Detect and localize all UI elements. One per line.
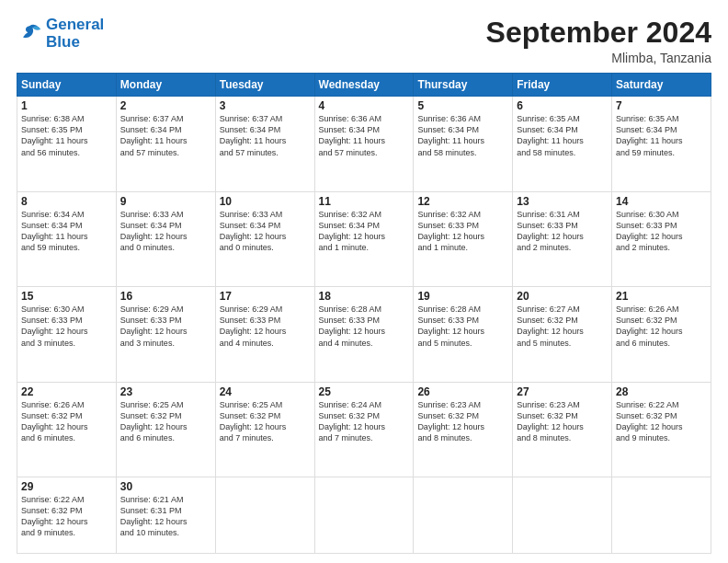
day-number: 28 — [616, 385, 707, 398]
cell-info: Sunrise: 6:35 AM Sunset: 6:34 PM Dayligh… — [517, 113, 608, 158]
day-number: 17 — [220, 290, 311, 303]
calendar-header-row: Sunday Monday Tuesday Wednesday Thursday… — [17, 74, 711, 97]
day-number: 26 — [417, 385, 508, 398]
cell-info: Sunrise: 6:26 AM Sunset: 6:32 PM Dayligh… — [21, 399, 112, 444]
table-row: 2Sunrise: 6:37 AM Sunset: 6:34 PM Daylig… — [116, 97, 215, 191]
location: Mlimba, Tanzania — [486, 51, 711, 65]
day-number: 22 — [21, 385, 112, 398]
day-number: 20 — [517, 290, 608, 303]
table-row: 9Sunrise: 6:33 AM Sunset: 6:34 PM Daylig… — [116, 191, 215, 286]
col-sunday: Sunday — [17, 74, 117, 97]
day-number: 23 — [120, 385, 211, 398]
table-row: 20Sunrise: 6:27 AM Sunset: 6:32 PM Dayli… — [513, 287, 612, 382]
day-number: 29 — [21, 480, 112, 493]
table-row: 29Sunrise: 6:22 AM Sunset: 6:32 PM Dayli… — [17, 477, 117, 554]
col-saturday: Saturday — [612, 74, 711, 97]
cell-info: Sunrise: 6:24 AM Sunset: 6:32 PM Dayligh… — [319, 399, 410, 444]
header: General Blue September 2024 Mlimba, Tanz… — [17, 17, 711, 65]
day-number: 12 — [417, 195, 508, 208]
cell-info: Sunrise: 6:31 AM Sunset: 6:33 PM Dayligh… — [517, 209, 608, 254]
table-row: 23Sunrise: 6:25 AM Sunset: 6:32 PM Dayli… — [116, 382, 215, 477]
day-number: 1 — [21, 99, 112, 112]
table-row: 13Sunrise: 6:31 AM Sunset: 6:33 PM Dayli… — [513, 191, 612, 286]
month-title: September 2024 — [486, 17, 711, 49]
table-row — [215, 477, 314, 554]
table-row: 11Sunrise: 6:32 AM Sunset: 6:34 PM Dayli… — [314, 191, 414, 286]
day-number: 19 — [417, 290, 508, 303]
day-number: 5 — [417, 99, 508, 112]
day-number: 10 — [220, 195, 311, 208]
cell-info: Sunrise: 6:29 AM Sunset: 6:33 PM Dayligh… — [120, 304, 211, 349]
table-row: 15Sunrise: 6:30 AM Sunset: 6:33 PM Dayli… — [17, 287, 117, 382]
cell-info: Sunrise: 6:37 AM Sunset: 6:34 PM Dayligh… — [220, 113, 311, 158]
day-number: 27 — [517, 385, 608, 398]
table-row: 5Sunrise: 6:36 AM Sunset: 6:34 PM Daylig… — [414, 97, 513, 191]
calendar-week-row: 22Sunrise: 6:26 AM Sunset: 6:32 PM Dayli… — [17, 382, 711, 477]
table-row: 28Sunrise: 6:22 AM Sunset: 6:32 PM Dayli… — [612, 382, 711, 477]
table-row — [612, 477, 711, 554]
table-row: 14Sunrise: 6:30 AM Sunset: 6:33 PM Dayli… — [612, 191, 711, 286]
table-row: 8Sunrise: 6:34 AM Sunset: 6:34 PM Daylig… — [17, 191, 117, 286]
cell-info: Sunrise: 6:23 AM Sunset: 6:32 PM Dayligh… — [517, 399, 608, 444]
table-row: 19Sunrise: 6:28 AM Sunset: 6:33 PM Dayli… — [414, 287, 513, 382]
logo: General Blue — [17, 17, 104, 51]
table-row: 4Sunrise: 6:36 AM Sunset: 6:34 PM Daylig… — [314, 97, 414, 191]
calendar-week-row: 1Sunrise: 6:38 AM Sunset: 6:35 PM Daylig… — [17, 97, 711, 191]
table-row: 7Sunrise: 6:35 AM Sunset: 6:34 PM Daylig… — [612, 97, 711, 191]
cell-info: Sunrise: 6:28 AM Sunset: 6:33 PM Dayligh… — [417, 304, 508, 349]
day-number: 11 — [319, 195, 410, 208]
cell-info: Sunrise: 6:36 AM Sunset: 6:34 PM Dayligh… — [417, 113, 508, 158]
cell-info: Sunrise: 6:26 AM Sunset: 6:32 PM Dayligh… — [616, 304, 707, 349]
cell-info: Sunrise: 6:32 AM Sunset: 6:34 PM Dayligh… — [319, 209, 410, 254]
cell-info: Sunrise: 6:29 AM Sunset: 6:33 PM Dayligh… — [220, 304, 311, 349]
day-number: 25 — [319, 385, 410, 398]
table-row: 12Sunrise: 6:32 AM Sunset: 6:33 PM Dayli… — [414, 191, 513, 286]
table-row: 6Sunrise: 6:35 AM Sunset: 6:34 PM Daylig… — [513, 97, 612, 191]
cell-info: Sunrise: 6:22 AM Sunset: 6:32 PM Dayligh… — [616, 399, 707, 444]
cell-info: Sunrise: 6:35 AM Sunset: 6:34 PM Dayligh… — [616, 113, 707, 158]
day-number: 3 — [220, 99, 311, 112]
cell-info: Sunrise: 6:36 AM Sunset: 6:34 PM Dayligh… — [319, 113, 410, 158]
calendar-week-row: 15Sunrise: 6:30 AM Sunset: 6:33 PM Dayli… — [17, 287, 711, 382]
col-friday: Friday — [513, 74, 612, 97]
day-number: 30 — [120, 480, 211, 493]
table-row: 30Sunrise: 6:21 AM Sunset: 6:31 PM Dayli… — [116, 477, 215, 554]
calendar-table: Sunday Monday Tuesday Wednesday Thursday… — [17, 73, 711, 554]
cell-info: Sunrise: 6:32 AM Sunset: 6:33 PM Dayligh… — [417, 209, 508, 254]
col-monday: Monday — [116, 74, 215, 97]
day-number: 4 — [319, 99, 410, 112]
col-tuesday: Tuesday — [215, 74, 314, 97]
day-number: 15 — [21, 290, 112, 303]
page: General Blue September 2024 Mlimba, Tanz… — [0, 0, 728, 563]
col-thursday: Thursday — [414, 74, 513, 97]
day-number: 18 — [319, 290, 410, 303]
table-row: 17Sunrise: 6:29 AM Sunset: 6:33 PM Dayli… — [215, 287, 314, 382]
table-row: 1Sunrise: 6:38 AM Sunset: 6:35 PM Daylig… — [17, 97, 117, 191]
cell-info: Sunrise: 6:34 AM Sunset: 6:34 PM Dayligh… — [21, 209, 112, 254]
table-row: 22Sunrise: 6:26 AM Sunset: 6:32 PM Dayli… — [17, 382, 117, 477]
day-number: 14 — [616, 195, 707, 208]
day-number: 9 — [120, 195, 211, 208]
day-number: 16 — [120, 290, 211, 303]
cell-info: Sunrise: 6:25 AM Sunset: 6:32 PM Dayligh… — [220, 399, 311, 444]
table-row: 24Sunrise: 6:25 AM Sunset: 6:32 PM Dayli… — [215, 382, 314, 477]
cell-info: Sunrise: 6:25 AM Sunset: 6:32 PM Dayligh… — [120, 399, 211, 444]
day-number: 8 — [21, 195, 112, 208]
cell-info: Sunrise: 6:38 AM Sunset: 6:35 PM Dayligh… — [21, 113, 112, 158]
cell-info: Sunrise: 6:33 AM Sunset: 6:34 PM Dayligh… — [120, 209, 211, 254]
cell-info: Sunrise: 6:27 AM Sunset: 6:32 PM Dayligh… — [517, 304, 608, 349]
calendar-week-row: 29Sunrise: 6:22 AM Sunset: 6:32 PM Dayli… — [17, 477, 711, 554]
calendar-week-row: 8Sunrise: 6:34 AM Sunset: 6:34 PM Daylig… — [17, 191, 711, 286]
table-row: 21Sunrise: 6:26 AM Sunset: 6:32 PM Dayli… — [612, 287, 711, 382]
title-block: September 2024 Mlimba, Tanzania — [486, 17, 711, 65]
day-number: 24 — [220, 385, 311, 398]
cell-info: Sunrise: 6:37 AM Sunset: 6:34 PM Dayligh… — [120, 113, 211, 158]
day-number: 6 — [517, 99, 608, 112]
table-row — [414, 477, 513, 554]
cell-info: Sunrise: 6:30 AM Sunset: 6:33 PM Dayligh… — [616, 209, 707, 254]
day-number: 2 — [120, 99, 211, 112]
cell-info: Sunrise: 6:23 AM Sunset: 6:32 PM Dayligh… — [417, 399, 508, 444]
col-wednesday: Wednesday — [314, 74, 414, 97]
day-number: 13 — [517, 195, 608, 208]
logo-text: General Blue — [46, 17, 104, 51]
